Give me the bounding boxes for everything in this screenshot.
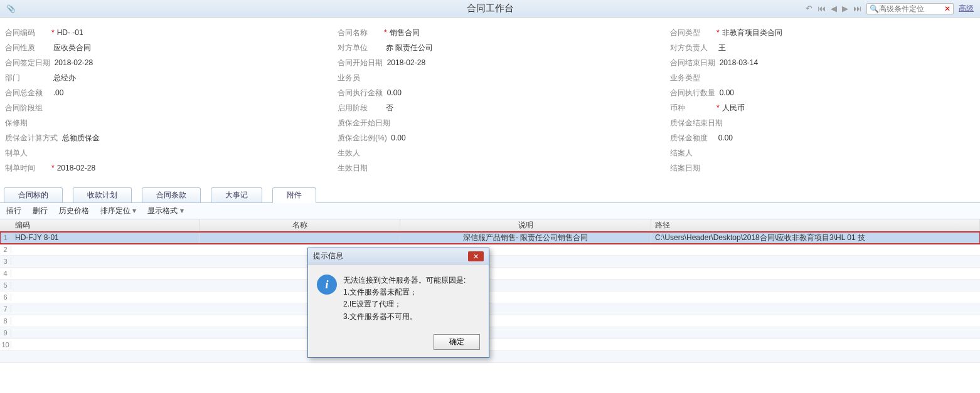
total-label: 合同总金额 <box>5 88 49 98</box>
message-dialog: 提示信息 ✕ i 无法连接到文件服务器。可能原因是: 1.文件服务器未配置； 2… <box>307 248 489 358</box>
start-label: 合同开始日期 <box>338 58 383 68</box>
col-path[interactable]: 路径 <box>651 219 980 232</box>
sort-button[interactable]: 排序定位 <box>100 206 136 216</box>
type-value[interactable]: 非教育项目类合同 <box>722 28 848 39</box>
dialog-title: 提示信息 <box>313 251 343 261</box>
table-row[interactable]: 1 HD-FJY 8-01 深信服产品销售- 限责任公司销售合同 C:\User… <box>0 232 980 244</box>
pg-label: 合同阶段组 <box>5 103 49 113</box>
table-row[interactable]: 4 <box>0 268 980 280</box>
close-label: 结案人 <box>670 148 714 159</box>
qty-label: 合同执行数量 <box>670 88 715 98</box>
cur-label: 币种 <box>670 103 714 113</box>
table-row[interactable]: 2 <box>0 244 980 256</box>
total-value[interactable]: .00 <box>53 88 179 98</box>
cell-code[interactable]: HD-FJY 8-01 <box>11 232 200 243</box>
first-icon[interactable]: ⏮ <box>818 4 826 13</box>
close-value[interactable] <box>718 155 844 155</box>
table-row[interactable]: 9 <box>0 327 980 339</box>
code-value[interactable]: HD- -01 <box>57 28 183 38</box>
delete-row-button[interactable]: 删行 <box>33 206 48 216</box>
cell-path[interactable]: C:\Users\Header\Desktop\2018合同\应收非教育项目3\… <box>651 231 980 244</box>
mtime-value[interactable]: 2018-02-28 <box>57 164 183 173</box>
row-number: 1 <box>0 234 11 241</box>
qty-value[interactable]: 0.00 <box>720 88 845 98</box>
grid-toolbar: 插行 删行 历史价格 排序定位 显示格式 <box>0 203 980 219</box>
ok-button[interactable]: 确定 <box>434 334 480 350</box>
display-format-button[interactable]: 显示格式 <box>147 206 183 216</box>
name-label: 合同名称 <box>338 28 381 38</box>
table-row[interactable]: 3 <box>0 256 980 268</box>
pg-value[interactable] <box>53 110 179 110</box>
form-area: 合同编码*HD- -01 合同名称*销售合同 合同类型*非教育项目类合同 合同性… <box>0 18 980 183</box>
qcalc-value[interactable]: 总额质保金 <box>62 133 188 144</box>
qend-label: 质保金结束日期 <box>670 118 723 128</box>
attachment-icon: 📎 <box>6 4 16 13</box>
cur-value[interactable]: 人民币 <box>722 103 848 114</box>
sign-value[interactable]: 2018-02-28 <box>55 58 180 68</box>
resp-value[interactable]: 王 <box>718 43 844 54</box>
table-row[interactable]: 8 <box>0 315 980 327</box>
tab-terms[interactable]: 合同条款 <box>142 187 201 202</box>
qrate-value[interactable]: 0.00 <box>391 134 516 143</box>
btype-value[interactable] <box>718 80 844 80</box>
msg-line: 2.IE设置了代理； <box>343 298 466 310</box>
col-desc[interactable]: 说明 <box>400 219 651 232</box>
last-icon[interactable]: ⏭ <box>853 4 861 13</box>
dialog-titlebar[interactable]: 提示信息 ✕ <box>308 248 489 265</box>
tab-bar: 合同标的 收款计划 合同条款 大事记 附件 <box>0 187 980 203</box>
table-row[interactable]: 7 <box>0 303 980 315</box>
table-row[interactable]: 5 <box>0 280 980 291</box>
cell-name[interactable] <box>200 236 400 239</box>
col-name[interactable]: 名称 <box>200 219 400 232</box>
attachment-grid: 编码 名称 说明 路径 1 HD-FJY 8-01 深信服产品销售- 限责任公司… <box>0 219 980 363</box>
start-value[interactable]: 2018-02-28 <box>387 58 513 68</box>
tab-events[interactable]: 大事记 <box>211 187 262 202</box>
search-input[interactable] <box>879 4 942 13</box>
history-price-button[interactable]: 历史价格 <box>59 206 89 216</box>
grid-header: 编码 名称 说明 路径 <box>0 219 980 232</box>
cell-desc[interactable]: 深信服产品销售- 限责任公司销售合同 <box>400 231 651 244</box>
clear-icon[interactable]: ✕ <box>944 4 951 13</box>
maker-value[interactable] <box>53 155 179 155</box>
exec-label: 合同执行金额 <box>338 88 383 98</box>
name-value[interactable]: 销售合同 <box>390 28 515 39</box>
sign-label: 合同签定日期 <box>5 58 50 68</box>
war-value[interactable] <box>53 125 179 125</box>
tab-attachments[interactable]: 附件 <box>272 187 316 203</box>
sp-value[interactable]: 否 <box>386 103 511 114</box>
qstart-value[interactable] <box>395 125 520 125</box>
qend-value[interactable] <box>727 125 853 125</box>
closed-value[interactable] <box>718 170 844 170</box>
exec-value[interactable]: 0.00 <box>387 88 513 98</box>
code-label: 合同编码 <box>5 28 49 38</box>
col-code[interactable]: 编码 <box>11 219 200 232</box>
sales-value[interactable] <box>386 80 511 80</box>
advanced-link[interactable]: 高级 <box>959 3 974 14</box>
msg-line: 无法连接到文件服务器。可能原因是: <box>343 275 466 286</box>
effd-value[interactable] <box>386 170 511 170</box>
nature-label: 合同性质 <box>5 43 49 53</box>
eff-value[interactable] <box>386 155 511 155</box>
resp-label: 对方负责人 <box>670 43 714 53</box>
type-label: 合同类型 <box>670 28 714 38</box>
table-row[interactable]: 10 <box>0 339 980 351</box>
search-box: 🔍 ✕ <box>866 3 954 14</box>
table-row[interactable] <box>0 351 980 363</box>
tab-payment[interactable]: 收款计划 <box>73 187 132 202</box>
mtime-label: 制单时间 <box>5 163 49 174</box>
close-icon[interactable]: ✕ <box>468 251 484 261</box>
insert-row-button[interactable]: 插行 <box>6 206 21 216</box>
next-icon[interactable]: ▶ <box>842 4 848 13</box>
nav-toolbar: ↶ ⏮ ◀ ▶ ⏭ 🔍 ✕ 高级 <box>806 3 974 14</box>
table-row[interactable]: 6 <box>0 291 980 303</box>
undo-icon[interactable]: ↶ <box>806 4 812 13</box>
prev-icon[interactable]: ◀ <box>831 4 837 13</box>
nature-value[interactable]: 应收类合同 <box>53 43 179 54</box>
tab-subject[interactable]: 合同标的 <box>4 187 63 202</box>
dept-value[interactable]: 总经办 <box>53 73 179 84</box>
end-value[interactable]: 2018-03-14 <box>720 58 845 68</box>
title-bar: 📎 合同工作台 ↶ ⏮ ◀ ▶ ⏭ 🔍 ✕ 高级 <box>0 0 980 18</box>
party-value[interactable]: 赤 限责任公司 <box>386 43 511 54</box>
qamt-value[interactable]: 0.00 <box>718 134 844 143</box>
end-label: 合同结束日期 <box>670 58 715 68</box>
